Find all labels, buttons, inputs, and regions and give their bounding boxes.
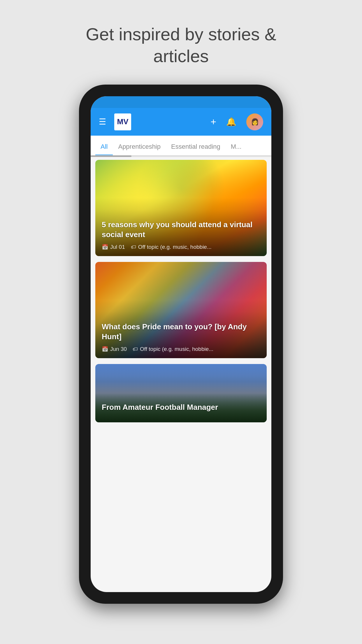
- article-card-3[interactable]: From Amateur Football Manager: [95, 364, 267, 422]
- tab-all[interactable]: All: [95, 143, 113, 155]
- tab-more[interactable]: M...: [226, 143, 247, 155]
- tab-apprenticeship[interactable]: Apprenticeship: [113, 143, 166, 155]
- article-title-2: What does Pride mean to you? [by Andy Hu…: [102, 322, 260, 342]
- card-category-1: 🏷 Off topic (e.g. music, hobbie...: [131, 244, 212, 250]
- article-title-3: From Amateur Football Manager: [102, 402, 260, 412]
- date-text-2: Jun 30: [110, 346, 127, 352]
- card-meta-2: 📅 Jun 30 🏷 Off topic (e.g. music, hobbie…: [102, 346, 260, 352]
- calendar-icon-2: 📅: [102, 346, 108, 352]
- calendar-icon-1: 📅: [102, 244, 108, 250]
- card-date-2: 📅 Jun 30: [102, 346, 127, 352]
- scroll-indicator: [91, 155, 271, 157]
- tab-essential-reading[interactable]: Essential reading: [166, 143, 226, 155]
- card-meta-1: 📅 Jul 01 🏷 Off topic (e.g. music, hobbie…: [102, 244, 260, 250]
- scroll-thumb: [91, 155, 131, 157]
- phone-screen: ☰ MV + 🔔 👩 All Apprenticeship Essential …: [91, 96, 271, 592]
- card-content-1: 5 reasons why you should attend a virtua…: [95, 214, 267, 256]
- category-text-1: Off topic (e.g. music, hobbie...: [138, 244, 212, 250]
- tabs-bar: All Apprenticeship Essential reading M..…: [91, 136, 271, 155]
- hamburger-icon[interactable]: ☰: [99, 117, 106, 127]
- app-header: ☰ MV + 🔔 👩: [91, 108, 271, 136]
- content-area: 5 reasons why you should attend a virtua…: [91, 157, 271, 592]
- tag-icon-2: 🏷: [133, 346, 138, 352]
- card-date-1: 📅 Jul 01: [102, 244, 125, 250]
- user-avatar[interactable]: 👩: [246, 113, 263, 130]
- add-icon[interactable]: +: [210, 116, 216, 127]
- article-card-2[interactable]: What does Pride mean to you? [by Andy Hu…: [95, 262, 267, 358]
- date-text-1: Jul 01: [110, 244, 125, 250]
- app-logo[interactable]: MV: [114, 113, 131, 130]
- card-content-3: From Amateur Football Manager: [95, 397, 267, 422]
- card-content-2: What does Pride mean to you? [by Andy Hu…: [95, 316, 267, 358]
- page-headline: Get inspired by stories & articles: [79, 23, 283, 67]
- phone-mockup: ☰ MV + 🔔 👩 All Apprenticeship Essential …: [79, 85, 283, 604]
- article-title-1: 5 reasons why you should attend a virtua…: [102, 220, 260, 240]
- category-text-2: Off topic (e.g. music, hobbie...: [140, 346, 213, 352]
- tag-icon-1: 🏷: [131, 244, 136, 250]
- card-category-2: 🏷 Off topic (e.g. music, hobbie...: [133, 346, 213, 352]
- article-card-1[interactable]: 5 reasons why you should attend a virtua…: [95, 160, 267, 256]
- notification-bell-icon[interactable]: 🔔: [226, 117, 236, 127]
- status-bar: [91, 96, 271, 108]
